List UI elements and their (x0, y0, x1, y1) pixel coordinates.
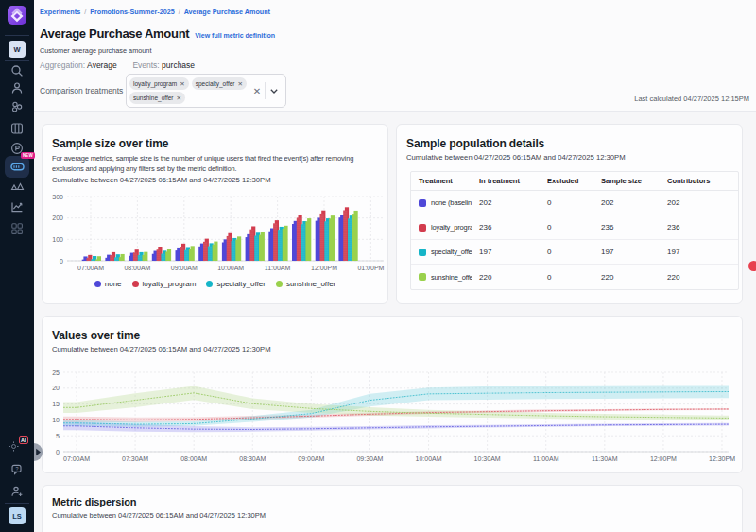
sample-size-title: Sample size over time (52, 137, 168, 150)
legend-dot (206, 281, 213, 287)
chip-remove-icon[interactable]: ✕ (180, 80, 184, 88)
clear-treatments-icon[interactable]: ✕ (249, 86, 265, 96)
population-title: Sample population details (406, 137, 544, 150)
in-treatment-value: 197 (472, 248, 540, 256)
treatment-swatch (419, 249, 426, 256)
table-row: loyalty_program2360236236 (411, 215, 738, 240)
sample-size-value: 197 (593, 248, 660, 256)
chip-remove-icon[interactable]: ✕ (238, 80, 243, 88)
dashboards-icon[interactable] (0, 222, 34, 235)
contributors-value: 202 (660, 198, 732, 207)
treatment-chip[interactable]: specialty_offer✕ (192, 77, 247, 90)
feature-gates-icon[interactable] (0, 122, 34, 135)
user-avatar[interactable]: LS (9, 507, 26, 524)
breadcrumb-experiments[interactable]: Experiments (40, 8, 80, 16)
legend-item[interactable]: sunshine_offer (276, 280, 335, 288)
excluded-value: 0 (540, 248, 593, 256)
svg-text:12:00PM: 12:00PM (650, 455, 677, 462)
svg-text:11:00AM: 11:00AM (265, 265, 291, 271)
new-badge: NEW (21, 152, 35, 159)
svg-text:10:30AM: 10:30AM (474, 455, 501, 462)
legend-dot (94, 281, 101, 287)
breadcrumb-experiment-name[interactable]: Promotions-Summer-2025 (90, 8, 174, 16)
treatment-name: sunshine_offer (431, 273, 472, 282)
in-treatment-value: 236 (472, 223, 540, 232)
events-value: purchase (162, 60, 195, 70)
autotune-icon[interactable] (0, 180, 34, 192)
svg-text:10:00AM: 10:00AM (416, 455, 442, 462)
svg-text:09:00AM: 09:00AM (171, 265, 198, 271)
values-over-time-card: Values over time Cumulative between 04/2… (42, 316, 743, 473)
sample-size-bar-chart[interactable]: 010020030007:00AM08:00AM09:00AM10:00AM11… (43, 183, 389, 278)
contributors-value: 197 (660, 248, 732, 256)
metric-dispersion-card: Metric dispersion Cumulative between 04/… (42, 485, 743, 532)
sidebar-divider (5, 503, 29, 504)
comparison-treatments-label: Comparison treatments (40, 86, 126, 95)
metrics-icon[interactable] (0, 200, 34, 214)
ai-assistant-icon[interactable]: AI (8, 439, 26, 453)
legend-item[interactable]: none (94, 280, 122, 288)
events-label: Events: (132, 60, 159, 70)
table-header: TreatmentIn treatmentExcludedSample size… (411, 172, 738, 191)
svg-text:07:00AM: 07:00AM (77, 265, 104, 271)
legend-item[interactable]: loyalty_program (132, 280, 197, 288)
help-chat-icon[interactable]: ? (0, 463, 34, 476)
table-row: none (baseline)2020202202 (411, 191, 738, 215)
treatment-chip[interactable]: sunshine_offer✕ (129, 92, 185, 104)
last-calculated: Last calculated 04/27/2025 12:15PM (634, 94, 749, 103)
sample-size-value: 202 (593, 198, 660, 207)
view-metric-definition-link[interactable]: View full metric definition (195, 32, 275, 39)
svg-text:09:30AM: 09:30AM (356, 455, 383, 462)
breadcrumb-metric-name[interactable]: Average Purchase Amount (184, 8, 270, 16)
treatment-swatch (419, 224, 426, 232)
svg-text:10:00AM: 10:00AM (217, 265, 244, 271)
statsig-logo-icon[interactable] (8, 6, 26, 25)
sidebar-divider (5, 35, 29, 36)
ai-badge: AI (19, 436, 29, 444)
breadcrumb: Experiments/Promotions-Summer-2025/Avera… (40, 8, 270, 16)
sidebar: W NEW AI ? LS (0, 0, 34, 532)
table-row: sunshine_offer2200220220 (411, 265, 738, 289)
in-treatment-value: 220 (472, 273, 540, 282)
legend-label: specialty_offer (216, 280, 265, 288)
legend-label: loyalty_program (143, 280, 197, 288)
legend-item[interactable]: specialty_offer (206, 280, 265, 288)
chip-remove-icon[interactable]: ✕ (177, 94, 181, 102)
aggregation-row: Aggregation: Average Events: purchase (40, 60, 195, 70)
treatment-chip[interactable]: loyalty_program✕ (129, 77, 189, 90)
chip-label: specialty_offer (196, 80, 235, 87)
svg-text:08:00AM: 08:00AM (124, 265, 150, 271)
treatment-name: none (baseline) (431, 198, 472, 207)
svg-text:100: 100 (52, 236, 63, 243)
svg-text:11:30AM: 11:30AM (592, 455, 618, 462)
excluded-value: 0 (540, 223, 593, 232)
chevron-down-icon[interactable] (266, 89, 283, 94)
segments-icon[interactable] (0, 100, 34, 113)
aggregation-value: Average (87, 60, 117, 70)
page-title: Average Purchase Amount (40, 26, 189, 41)
right-edge-red-dot[interactable] (748, 261, 756, 271)
dispersion-title: Metric dispersion (52, 496, 136, 507)
col-contributors: Contributors (660, 177, 732, 185)
excluded-value: 0 (540, 273, 593, 282)
sample-size-description: For average metrics, sample size is the … (52, 153, 368, 174)
values-line-chart[interactable]: 051015202507:00AM07:30AM08:00AM08:30AM09… (43, 356, 744, 474)
col-treatment: Treatment (411, 177, 472, 185)
sample-population-card: Sample population details Cumulative bet… (396, 124, 743, 304)
workspace-avatar[interactable]: W (9, 41, 26, 58)
users-icon[interactable] (0, 81, 34, 94)
table-row: specialty_offer1970197197 (411, 240, 738, 265)
treatments-select[interactable]: loyalty_program✕specialty_offer✕sunshine… (126, 74, 286, 108)
search-icon[interactable] (0, 64, 34, 77)
values-cumulative: Cumulative between 04/27/2025 06:15AM an… (52, 345, 271, 353)
sample-size-card: Sample size over time For average metric… (42, 124, 388, 304)
treatment-swatch (419, 199, 426, 207)
sample-size-value: 220 (593, 273, 660, 282)
page-header: Experiments/Promotions-Summer-2025/Avera… (34, 0, 756, 112)
sidebar-item-experiments-selected[interactable]: NEW (5, 156, 29, 178)
svg-text:0: 0 (56, 449, 60, 455)
invite-user-icon[interactable] (0, 485, 34, 498)
chip-label: loyalty_program (133, 80, 177, 87)
svg-text:200: 200 (52, 215, 63, 221)
treatment-name: specialty_offer (431, 248, 472, 256)
